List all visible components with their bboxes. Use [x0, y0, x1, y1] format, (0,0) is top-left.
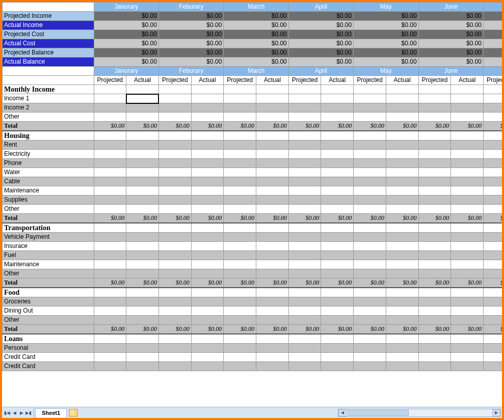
month-header[interactable]: Feburary [158, 67, 223, 76]
line-item-cell[interactable] [354, 94, 386, 103]
line-item-cell[interactable] [354, 316, 386, 325]
subcol-header[interactable]: Actual [256, 76, 289, 85]
month-header[interactable]: Feburary [158, 3, 223, 12]
line-item-cell[interactable] [224, 168, 256, 177]
line-item-cell[interactable] [418, 297, 451, 306]
line-item-cell[interactable] [451, 233, 484, 242]
summary-row-label[interactable]: Projected Cost [3, 30, 94, 39]
total-cell[interactable]: $0.00 [191, 325, 224, 334]
section-title[interactable]: Loans [3, 334, 94, 344]
line-item-cell[interactable] [191, 103, 224, 113]
section-header-cell[interactable] [224, 223, 256, 233]
line-item-cell[interactable] [321, 251, 354, 260]
total-cell[interactable]: $0.00 [321, 278, 354, 288]
section-header-cell[interactable] [191, 334, 224, 344]
line-item-cell[interactable] [126, 205, 159, 214]
line-item-cell[interactable] [256, 103, 289, 113]
line-item-cell[interactable] [418, 168, 451, 177]
line-item-cell[interactable] [321, 195, 354, 205]
total-label[interactable]: Total [3, 325, 94, 334]
line-item-cell[interactable] [354, 168, 386, 177]
line-item-cell[interactable] [321, 306, 354, 316]
section-header-cell[interactable] [451, 131, 484, 141]
section-header-cell[interactable] [451, 223, 484, 233]
line-item-cell[interactable] [256, 316, 289, 325]
subcol-header[interactable]: Actual [451, 76, 484, 85]
line-item-cell[interactable] [354, 233, 386, 242]
line-item-cell[interactable] [386, 177, 418, 186]
section-header-cell[interactable] [288, 288, 321, 297]
section-header-cell[interactable] [224, 334, 256, 344]
line-item-cell[interactable] [191, 168, 224, 177]
line-item-cell[interactable] [224, 233, 256, 242]
line-item-cell[interactable] [94, 168, 126, 177]
line-item-label[interactable]: Supplies [3, 195, 94, 205]
summary-cell[interactable]: $0.00 [354, 58, 418, 67]
section-header-cell[interactable] [321, 85, 354, 94]
line-item-cell[interactable] [224, 177, 256, 186]
line-item-cell[interactable] [94, 260, 126, 269]
summary-cell[interactable]: $0.00 [354, 12, 418, 21]
line-item-cell[interactable] [126, 177, 159, 186]
line-item-cell[interactable] [418, 269, 451, 278]
line-item-cell[interactable] [321, 168, 354, 177]
line-item-cell[interactable] [354, 242, 386, 251]
line-item-cell[interactable] [158, 316, 191, 325]
line-item-label[interactable]: Groceries [3, 297, 94, 306]
line-item-cell[interactable] [158, 269, 191, 278]
section-header-cell[interactable] [191, 85, 224, 94]
section-header-cell[interactable] [354, 223, 386, 233]
total-cell[interactable]: $0.00 [451, 325, 484, 334]
line-item-cell[interactable] [224, 269, 256, 278]
section-header-cell[interactable] [418, 334, 451, 344]
line-item-cell[interactable] [288, 297, 321, 306]
line-item-cell[interactable] [386, 251, 418, 260]
total-cell[interactable]: $0.00 [158, 122, 191, 131]
total-cell[interactable]: $0.00 [354, 122, 386, 131]
summary-cell[interactable]: $0.00 [354, 39, 418, 48]
subcol-header[interactable]: Actual [191, 76, 224, 85]
month-header[interactable]: April [288, 67, 353, 76]
line-item-cell[interactable] [191, 195, 224, 205]
line-item-cell[interactable] [386, 316, 418, 325]
line-item-cell[interactable] [191, 297, 224, 306]
line-item-cell[interactable] [354, 150, 386, 159]
section-header-cell[interactable] [354, 334, 386, 344]
total-cell[interactable]: $0.00 [158, 325, 191, 334]
section-header-cell[interactable] [158, 131, 191, 141]
summary-cell[interactable]: $0.00 [354, 48, 418, 58]
total-cell[interactable]: $0.00 [288, 278, 321, 288]
line-item-cell[interactable] [418, 306, 451, 316]
line-item-cell[interactable] [418, 353, 451, 362]
summary-cell[interactable]: $0.00 [224, 30, 288, 39]
line-item-cell[interactable] [94, 316, 126, 325]
total-cell[interactable]: $0.00 [451, 278, 484, 288]
line-item-cell[interactable] [224, 353, 256, 362]
month-header[interactable]: May [354, 67, 418, 76]
line-item-label[interactable]: Water [3, 168, 94, 177]
section-header-cell[interactable] [224, 288, 256, 297]
section-header-cell[interactable] [451, 85, 484, 94]
line-item-cell[interactable] [418, 242, 451, 251]
line-item-cell[interactable] [158, 353, 191, 362]
section-header-cell[interactable] [224, 131, 256, 141]
line-item-cell[interactable] [288, 177, 321, 186]
section-header-cell[interactable] [126, 288, 159, 297]
line-item-cell[interactable] [256, 159, 289, 168]
nav-last-icon[interactable]: ▶▮ [25, 410, 32, 415]
section-header-cell[interactable] [256, 131, 289, 141]
line-item-cell[interactable] [451, 195, 484, 205]
line-item-cell[interactable] [94, 233, 126, 242]
line-item-cell[interactable] [126, 186, 159, 195]
line-item-cell[interactable] [354, 186, 386, 195]
line-item-cell[interactable] [386, 141, 418, 150]
line-item-cell[interactable] [354, 353, 386, 362]
total-cell[interactable]: $0.00 [224, 122, 256, 131]
section-title[interactable]: Monthly Income [3, 85, 94, 94]
line-item-cell[interactable] [158, 177, 191, 186]
line-item-cell[interactable] [126, 306, 159, 316]
summary-cell[interactable]: $0.00 [354, 30, 418, 39]
line-item-cell[interactable] [484, 242, 502, 251]
line-item-cell[interactable] [321, 269, 354, 278]
summary-cell[interactable]: $0.00 [94, 12, 158, 21]
